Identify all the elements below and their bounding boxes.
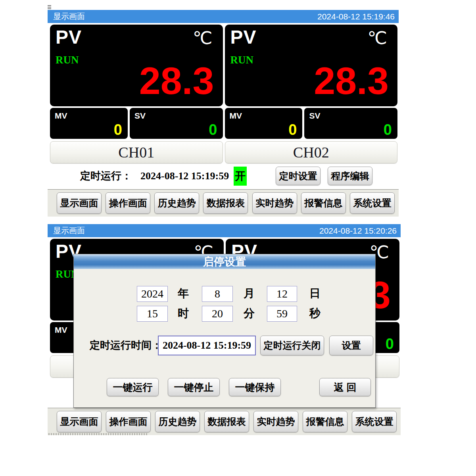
mv-display-ch01: MV 0 [50, 108, 128, 139]
timer-run-time-label: 定时运行时间： [90, 336, 162, 355]
month-field[interactable]: 8 [202, 286, 233, 302]
celsius-unit: ℃ [368, 28, 387, 48]
timer-run-toggle-button[interactable]: 定时运行关闭 [260, 336, 324, 355]
sv-label: SV [309, 111, 320, 121]
set-button[interactable]: 设置 [329, 336, 373, 355]
second-field[interactable]: 59 [267, 306, 297, 322]
dialog-title-bar: 启停设置 [74, 254, 375, 269]
pv-display-ch02: PV ℃ RUN 28.3 [225, 25, 398, 106]
pv-display-ch01: PV ℃ RUN 28.3 [50, 25, 223, 106]
mv-label: MV [55, 325, 67, 335]
mv-sv-row: MV 0 SV 0 [50, 108, 223, 139]
day-label: 日 [309, 286, 321, 301]
sv-value: 0 [209, 122, 217, 137]
one-key-hold-button[interactable]: 一键保持 [229, 378, 281, 396]
pv-value: 28.3 [314, 61, 389, 100]
title-bar: 显示画面 2024-08-12 15:20:26 [48, 224, 401, 237]
sv-label: SV [134, 111, 146, 121]
display-screen-1: 显示画面 2024-08-12 15:19:46 PV ℃ RUN 28.3 M… [48, 10, 399, 217]
nav-data-report-button[interactable]: 数据报表 [204, 411, 249, 432]
page-title: 显示画面 [53, 225, 85, 236]
mv-sv-row: MV 0 SV 0 [225, 108, 398, 139]
start-stop-settings-dialog: 启停设置 2024 年 8 月 12 日 15 时 20 分 59 秒 定时运行… [73, 254, 376, 408]
clipped-text-artifact [48, 433, 148, 435]
pv-label: PV [56, 26, 82, 48]
sv-value: 0 [386, 336, 394, 351]
pv-value: 28.3 [139, 61, 214, 100]
day-field[interactable]: 12 [267, 286, 297, 302]
nav-system-settings-button[interactable]: 系统设置 [352, 411, 397, 432]
nav-operation-screen-button[interactable]: 操作画面 [106, 411, 151, 432]
year-field[interactable]: 2024 [137, 286, 168, 302]
timer-settings-button[interactable]: 定时设置 [276, 167, 321, 185]
clock-timestamp: 2024-08-12 15:20:26 [319, 226, 397, 236]
timer-run-label: 定时运行： [80, 169, 132, 183]
minute-label: 分 [244, 306, 255, 321]
nav-realtime-trend-button[interactable]: 实时趋势 [253, 411, 298, 432]
bottom-nav-bar: 显示画面 操作画面 历史趋势 数据报表 实时趋势 报警信息 系统设置 [48, 408, 401, 435]
back-button[interactable]: 返 回 [319, 378, 371, 396]
nav-display-screen-button[interactable]: 显示画面 [57, 192, 102, 214]
run-status: RUN [56, 54, 79, 66]
nav-data-report-button[interactable]: 数据报表 [203, 192, 248, 214]
nav-system-settings-button[interactable]: 系统设置 [350, 192, 395, 214]
nav-alarm-info-button[interactable]: 报警信息 [303, 411, 347, 432]
one-key-stop-button[interactable]: 一键停止 [168, 378, 220, 396]
page-title: 显示画面 [53, 11, 85, 22]
one-key-run-button[interactable]: 一键运行 [107, 378, 159, 396]
nav-display-screen-button[interactable]: 显示画面 [57, 411, 102, 432]
minute-field[interactable]: 20 [202, 306, 233, 322]
run-status: RUN [230, 54, 254, 66]
channel-button-ch02[interactable]: CH02 [225, 141, 398, 163]
sv-display-ch02: SV 0 [304, 108, 397, 139]
hour-label: 时 [178, 306, 189, 321]
channel-area: PV ℃ RUN 28.3 MV 0 SV 0 CH01 [48, 23, 399, 163]
timer-run-time-input[interactable]: 2024-08-12 15:19:59 [158, 336, 256, 355]
timer-run-info: 定时运行： 2024-08-12 15:19:59 开 [80, 163, 247, 188]
nav-realtime-trend-button[interactable]: 实时趋势 [252, 192, 297, 214]
timer-on-indicator: 开 [234, 167, 247, 186]
display-screen-2: 显示画面 2024-08-12 15:20:26 PV ℃ RUN 28.3 M… [48, 224, 401, 435]
celsius-unit: ℃ [193, 28, 212, 48]
mv-label: MV [55, 111, 67, 121]
nav-history-trend-button[interactable]: 历史趋势 [155, 411, 200, 432]
mv-label: MV [230, 111, 242, 121]
title-bar: 显示画面 2024-08-12 15:19:46 [48, 10, 399, 23]
month-label: 月 [244, 286, 255, 301]
mv-value: 0 [114, 122, 122, 137]
program-edit-button[interactable]: 程序编辑 [328, 167, 372, 185]
channel-column-1: PV ℃ RUN 28.3 MV 0 SV 0 CH01 [50, 25, 223, 163]
timer-run-row: 定时运行： 2024-08-12 15:19:59 开 定时设置 程序编辑 [48, 163, 399, 188]
sv-display-ch01: SV 0 [130, 108, 223, 139]
year-label: 年 [178, 286, 189, 301]
clock-timestamp: 2024-08-12 15:19:46 [317, 12, 395, 21]
nav-operation-screen-button[interactable]: 操作画面 [106, 192, 150, 214]
hmi-page: 显示画面 2024-08-12 15:19:46 PV ℃ RUN 28.3 M… [0, 0, 476, 476]
nav-alarm-info-button[interactable]: 报警信息 [301, 192, 346, 214]
timer-run-datetime: 2024-08-12 15:19:59 [140, 170, 229, 182]
channel-button-ch01[interactable]: CH01 [50, 141, 223, 163]
bottom-nav-bar: 显示画面 操作画面 历史趋势 数据报表 实时趋势 报警信息 系统设置 [48, 189, 399, 217]
mv-display-ch02: MV 0 [225, 108, 303, 139]
channel-column-2: PV ℃ RUN 28.3 MV 0 SV 0 CH02 [225, 25, 398, 163]
hour-field[interactable]: 15 [137, 306, 168, 322]
pv-label: PV [230, 26, 257, 48]
second-label: 秒 [309, 306, 321, 321]
nav-history-trend-button[interactable]: 历史趋势 [154, 192, 199, 214]
mv-value: 0 [288, 122, 297, 137]
sv-value: 0 [384, 122, 392, 137]
